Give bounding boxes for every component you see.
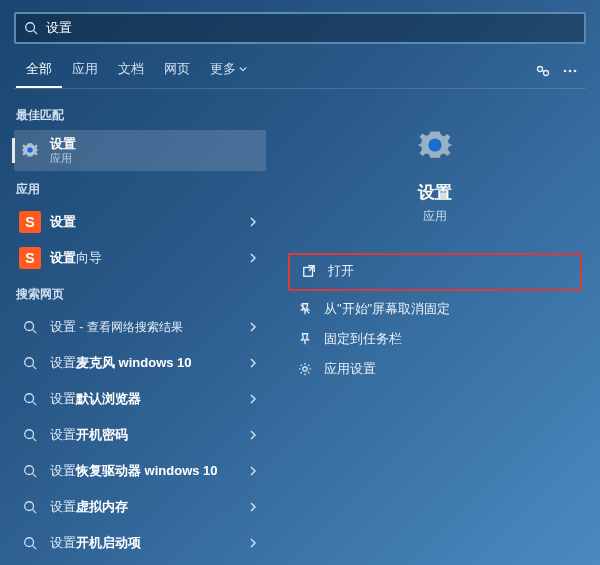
svg-point-21 [25, 538, 34, 547]
svg-point-11 [25, 358, 34, 367]
pin-icon [294, 332, 316, 346]
search-icon [18, 459, 42, 483]
section-apps: 应用 [16, 181, 266, 198]
tab-more[interactable]: 更多 [200, 54, 257, 88]
tab-web[interactable]: 网页 [154, 54, 200, 88]
tab-more-label: 更多 [210, 60, 236, 78]
best-match-item[interactable]: 设置 应用 [14, 130, 266, 171]
feedback-icon[interactable] [528, 57, 556, 85]
search-input[interactable] [46, 21, 576, 36]
tab-all[interactable]: 全部 [16, 54, 62, 88]
section-best-match: 最佳匹配 [16, 107, 266, 124]
chevron-right-icon [248, 538, 258, 548]
svg-line-16 [33, 437, 37, 441]
chevron-right-icon [248, 430, 258, 440]
results-column: 最佳匹配 设置 应用 应用 S 设置 S 设置向导 搜索网页 设置 - 查看网络… [0, 97, 270, 561]
web-result[interactable]: 设置 - 查看网络搜索结果 [14, 309, 266, 345]
chevron-right-icon [248, 502, 258, 512]
svg-point-23 [428, 138, 441, 151]
svg-point-3 [544, 71, 549, 76]
best-match-title: 设置 [50, 136, 258, 152]
chevron-right-icon [248, 358, 258, 368]
top-nav: 全部 应用 文档 网页 更多 [0, 54, 600, 88]
action-app-settings[interactable]: 应用设置 [288, 355, 582, 383]
action-label: 应用设置 [324, 360, 376, 378]
app-result[interactable]: S 设置 [14, 204, 266, 240]
chevron-down-icon [239, 65, 247, 73]
chevron-right-icon [248, 322, 258, 332]
svg-line-10 [33, 329, 37, 333]
search-icon [18, 315, 42, 339]
svg-point-15 [25, 430, 34, 439]
web-result[interactable]: 设置开机密码 [14, 417, 266, 453]
search-icon [18, 495, 42, 519]
web-result[interactable]: 设置恢复驱动器 windows 10 [14, 453, 266, 489]
unpin-icon [294, 302, 316, 316]
svg-point-17 [25, 466, 34, 475]
open-icon [298, 264, 320, 278]
chevron-right-icon [248, 394, 258, 404]
gear-icon [413, 123, 457, 167]
detail-title: 设置 [418, 181, 452, 204]
app-result-prefix: 设置 [50, 250, 76, 265]
tab-apps[interactable]: 应用 [62, 54, 108, 88]
svg-point-8 [27, 148, 33, 154]
app-result-title: 设置 [50, 214, 76, 229]
highlight-box: 打开 [288, 253, 582, 291]
tab-docs[interactable]: 文档 [108, 54, 154, 88]
search-bar[interactable] [14, 12, 586, 44]
chevron-right-icon [248, 253, 258, 263]
svg-point-7 [574, 70, 577, 73]
svg-line-14 [33, 401, 37, 405]
web-result[interactable]: 设置开机启动项 [14, 525, 266, 561]
more-options-icon[interactable] [556, 57, 584, 85]
web-result[interactable]: 设置默认浏览器 [14, 381, 266, 417]
action-open[interactable]: 打开 [292, 257, 578, 285]
svg-point-5 [564, 70, 567, 73]
svg-point-28 [303, 367, 307, 371]
action-label: 从"开始"屏幕取消固定 [324, 300, 450, 318]
svg-line-1 [34, 31, 38, 35]
detail-subtitle: 应用 [423, 208, 447, 225]
svg-line-22 [33, 545, 37, 549]
search-icon [18, 423, 42, 447]
section-web: 搜索网页 [16, 286, 266, 303]
search-icon [24, 21, 38, 35]
sogou-icon: S [18, 210, 42, 234]
gear-icon [18, 138, 42, 162]
svg-point-19 [25, 502, 34, 511]
action-label: 固定到任务栏 [324, 330, 402, 348]
detail-column: 设置 应用 打开 从"开始"屏幕取消固定 固定到任务栏 应用设置 [270, 97, 600, 561]
best-match-subtitle: 应用 [50, 152, 258, 165]
sogou-icon: S [18, 246, 42, 270]
web-result[interactable]: 设置麦克风 windows 10 [14, 345, 266, 381]
svg-point-0 [26, 23, 35, 32]
svg-line-18 [33, 473, 37, 477]
svg-line-20 [33, 509, 37, 513]
chevron-right-icon [248, 466, 258, 476]
action-unpin-start[interactable]: 从"开始"屏幕取消固定 [288, 295, 582, 323]
svg-point-13 [25, 394, 34, 403]
svg-point-6 [569, 70, 572, 73]
svg-line-12 [33, 365, 37, 369]
search-icon [18, 387, 42, 411]
action-label: 打开 [328, 262, 354, 280]
svg-point-9 [25, 322, 34, 331]
svg-point-2 [538, 67, 543, 72]
app-result[interactable]: S 设置向导 [14, 240, 266, 276]
app-result-suffix: 向导 [76, 250, 102, 265]
svg-line-4 [542, 70, 544, 72]
search-icon [18, 531, 42, 555]
chevron-right-icon [248, 217, 258, 227]
search-icon [18, 351, 42, 375]
action-pin-taskbar[interactable]: 固定到任务栏 [288, 325, 582, 353]
gear-small-icon [294, 362, 316, 376]
web-result[interactable]: 设置虚拟内存 [14, 489, 266, 525]
